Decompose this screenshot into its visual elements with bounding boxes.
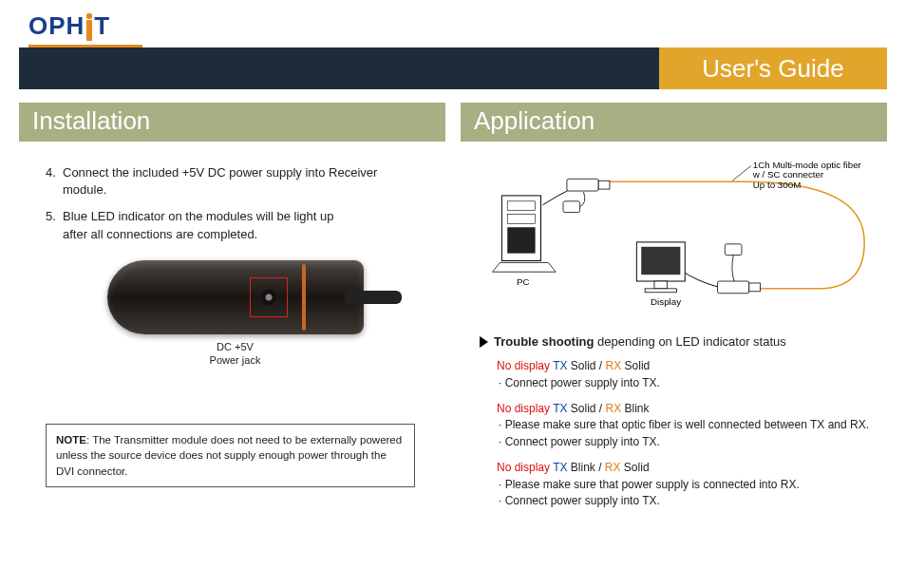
step-text: Blue LED indicator on the modules will b… xyxy=(63,208,425,242)
application-header: Application xyxy=(461,103,887,142)
fiber-label-line: Up to 300M xyxy=(753,180,802,190)
ts-bullet: · Please make sure that optic fiber is w… xyxy=(499,418,869,431)
rx-label: RX xyxy=(606,359,622,372)
no-display-label: No display xyxy=(497,461,550,474)
ts-bullet: · Connect power supply into TX. xyxy=(499,435,660,448)
step-text-line: Blue LED indicator on the modules will b… xyxy=(63,209,333,223)
caption-line: Power jack xyxy=(210,354,261,366)
ts-header-rest: depending on LED indicator status xyxy=(594,334,785,349)
power-adapter-icon xyxy=(725,244,742,256)
no-display-label: No display xyxy=(497,359,550,372)
ts-bullet: · Please make sure that power supply is … xyxy=(499,478,800,491)
step-text: Connect the included +5V DC power supply… xyxy=(63,164,425,199)
title-bar-label: User's Guide xyxy=(659,47,887,89)
rx-label: RX xyxy=(605,461,621,474)
connection-diagram: PC xyxy=(474,147,874,328)
svg-rect-4 xyxy=(749,283,761,292)
tx-module-icon xyxy=(567,179,598,191)
svg-rect-7 xyxy=(645,289,676,293)
title-bar: User's Guide xyxy=(19,47,887,89)
note-bold: NOTE xyxy=(56,434,86,446)
receiver-module-photo xyxy=(107,260,364,334)
triangle-icon xyxy=(480,336,488,348)
ts-case-3: No display TX Blink / RX Solid · Please … xyxy=(497,460,874,509)
svg-rect-5 xyxy=(641,247,680,275)
rx-label: RX xyxy=(606,402,622,415)
install-step-5: 5. Blue LED indicator on the modules wil… xyxy=(46,208,425,242)
installation-header: Installation xyxy=(19,103,445,142)
tx-label: TX xyxy=(553,461,567,474)
svg-rect-2 xyxy=(507,227,535,253)
rx-state: Blink xyxy=(621,402,649,415)
keyboard-icon xyxy=(493,262,557,272)
step-text-line: after all connections are completed. xyxy=(63,227,257,241)
no-display-label: No display xyxy=(497,402,550,415)
pc-label: PC xyxy=(517,276,530,287)
fiber-label-line: 1Ch Multi-mode optic fiber xyxy=(753,160,862,170)
logo-i-icon xyxy=(86,20,92,41)
highlight-box-icon xyxy=(250,277,288,317)
column-installation: Installation 4. Connect the included +5V… xyxy=(19,103,453,578)
title-bar-dark xyxy=(19,47,659,89)
photo-caption: DC +5V Power jack xyxy=(46,340,425,368)
brand-logo: OPHT xyxy=(28,11,887,41)
tx-state: Solid / xyxy=(568,359,606,372)
ts-case-1: No display TX Solid / RX Solid · Connect… xyxy=(497,358,874,391)
tx-state: Solid / xyxy=(568,402,606,415)
svg-rect-3 xyxy=(598,180,610,189)
fiber-label-line: w / SC connecter xyxy=(752,169,824,180)
install-step-4: 4. Connect the included +5V DC power sup… xyxy=(46,164,425,199)
ts-bullet: · Connect power supply into TX. xyxy=(499,494,660,507)
step-number: 5. xyxy=(46,208,63,242)
ts-header-bold: Trouble shooting xyxy=(494,334,594,349)
ts-bullet: · Connect power supply into TX. xyxy=(499,376,660,389)
note-box: NOTE: The Transmitter module does not ne… xyxy=(46,424,415,486)
tx-label: TX xyxy=(553,402,567,415)
display-label: Display xyxy=(651,296,681,307)
rx-state: Solid xyxy=(621,359,650,372)
step-number: 4. xyxy=(46,164,63,199)
power-adapter-icon xyxy=(563,201,580,213)
caption-line: DC +5V xyxy=(217,341,254,352)
troubleshooting-header: Trouble shooting depending on LED indica… xyxy=(480,333,874,351)
tx-label: TX xyxy=(553,359,567,372)
note-text: : The Transmitter module does not need t… xyxy=(56,434,402,476)
column-application: Application PC xyxy=(453,103,887,578)
svg-line-8 xyxy=(732,166,751,181)
svg-rect-6 xyxy=(654,281,668,289)
rx-state: Solid xyxy=(621,461,650,474)
rx-module-icon xyxy=(718,281,749,294)
ts-case-2: No display TX Solid / RX Blink · Please … xyxy=(497,401,874,450)
tx-state: Blink / xyxy=(568,461,605,474)
product-photo-area: DC +5V Power jack xyxy=(46,260,425,368)
